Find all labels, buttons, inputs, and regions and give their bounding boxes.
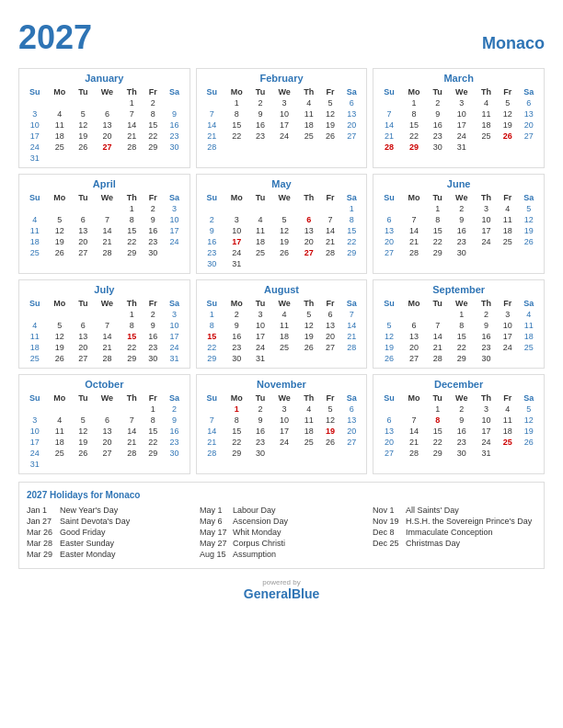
- cal-day: 4: [250, 214, 271, 225]
- cal-day: [320, 448, 340, 459]
- cal-day: 20: [73, 342, 94, 353]
- cal-day: 24: [23, 142, 46, 153]
- holiday-name: Labour Day: [233, 506, 276, 515]
- cal-day: 15: [427, 225, 448, 236]
- holiday-name: New Year's Day: [60, 506, 118, 515]
- cal-day: 5: [377, 320, 400, 331]
- cal-day: 16: [448, 225, 475, 236]
- cal-day: 6: [298, 214, 320, 225]
- cal-day: 13: [73, 331, 94, 342]
- cal-day: 10: [250, 320, 271, 331]
- cal-day: 4: [498, 203, 518, 214]
- cal-day: 26: [270, 247, 297, 258]
- cal-day: [143, 153, 163, 164]
- cal-day: 27: [340, 131, 362, 142]
- cal-day: 8: [201, 320, 224, 331]
- day-header-tu: Tu: [427, 392, 448, 404]
- day-header-su: Su: [23, 298, 46, 309]
- holiday-date: May 1: [200, 506, 229, 515]
- month-block-april: AprilSuMoTuWeThFrSa123456789101112131415…: [18, 174, 190, 274]
- holiday-item: Nov 19H.S.H. the Sovereign Prince's Day: [373, 517, 536, 526]
- cal-day: [23, 203, 46, 214]
- cal-day: 26: [46, 353, 73, 364]
- cal-day: 25: [250, 247, 271, 258]
- cal-day: 22: [143, 131, 163, 142]
- cal-day: 3: [250, 309, 271, 320]
- cal-day: 5: [298, 309, 320, 320]
- cal-day: 13: [340, 108, 362, 119]
- cal-day: [121, 153, 143, 164]
- cal-day: 25: [518, 342, 540, 353]
- cal-day: [498, 353, 518, 364]
- cal-day: [498, 142, 518, 153]
- holidays-section: 2027 Holidays for Monaco Jan 1New Year's…: [18, 482, 545, 569]
- cal-day: [23, 404, 46, 415]
- holiday-item: Jan 27Saint Devota's Day: [27, 517, 190, 526]
- holiday-date: Nov 1: [373, 506, 402, 515]
- cal-day: 2: [143, 309, 163, 320]
- day-header-sa: Sa: [163, 298, 185, 309]
- cal-day: 19: [298, 331, 320, 342]
- holiday-date: Jan 1: [27, 506, 56, 515]
- cal-day: 7: [427, 320, 448, 331]
- cal-day: 30: [250, 448, 271, 459]
- cal-day: 18: [46, 437, 73, 448]
- cal-day: 8: [448, 320, 475, 331]
- cal-day: [340, 448, 362, 459]
- cal-day: [121, 404, 143, 415]
- cal-day: 6: [94, 415, 121, 426]
- cal-day: 4: [46, 108, 73, 119]
- cal-day: 1: [340, 203, 362, 214]
- cal-day: 14: [401, 426, 428, 437]
- cal-day: 8: [427, 415, 448, 426]
- cal-day: 4: [518, 309, 540, 320]
- cal-day: 27: [94, 142, 121, 153]
- holiday-item: Nov 1All Saints' Day: [373, 506, 536, 515]
- cal-day: 10: [448, 108, 475, 119]
- cal-day: 16: [250, 119, 271, 131]
- cal-day: 31: [224, 258, 250, 269]
- day-header-we: We: [448, 192, 475, 203]
- cal-day: 3: [475, 203, 497, 214]
- day-header-sa: Sa: [340, 392, 362, 404]
- cal-day: 26: [518, 236, 540, 247]
- cal-day: 7: [401, 214, 428, 225]
- cal-day: 26: [46, 247, 73, 258]
- cal-day: 9: [224, 320, 250, 331]
- cal-day: 1: [143, 404, 163, 415]
- day-header-fr: Fr: [498, 192, 518, 203]
- cal-day: 8: [224, 415, 250, 426]
- cal-day: 2: [475, 309, 497, 320]
- cal-day: [340, 142, 362, 153]
- holiday-item: Dec 8Immaculate Conception: [373, 528, 536, 537]
- cal-day: 13: [377, 225, 400, 236]
- cal-day: 18: [498, 426, 518, 437]
- cal-day: 6: [73, 320, 94, 331]
- cal-day: 9: [250, 415, 271, 426]
- cal-day: 24: [224, 247, 250, 258]
- cal-day: 27: [73, 353, 94, 364]
- cal-day: 20: [377, 437, 400, 448]
- cal-day: [73, 459, 94, 470]
- day-header-th: Th: [298, 86, 320, 97]
- cal-table: SuMoTuWeThFrSa12345678910111213141516171…: [377, 86, 540, 153]
- cal-day: [320, 142, 340, 153]
- cal-day: 28: [401, 247, 428, 258]
- holiday-name: Whit Monday: [233, 528, 282, 537]
- cal-day: 24: [498, 342, 518, 353]
- cal-day: 25: [498, 236, 518, 247]
- day-header-sa: Sa: [340, 298, 362, 309]
- cal-day: 5: [73, 108, 94, 119]
- cal-day: 14: [320, 225, 340, 236]
- cal-day: 22: [427, 236, 448, 247]
- day-header-su: Su: [377, 86, 400, 97]
- cal-day: 19: [320, 426, 340, 437]
- cal-day: [427, 309, 448, 320]
- cal-day: [73, 153, 94, 164]
- day-header-mo: Mo: [46, 86, 73, 97]
- cal-day: 13: [518, 108, 540, 119]
- cal-day: 13: [320, 320, 340, 331]
- cal-day: 15: [143, 426, 163, 437]
- cal-day: 1: [448, 309, 475, 320]
- cal-day: [94, 153, 121, 164]
